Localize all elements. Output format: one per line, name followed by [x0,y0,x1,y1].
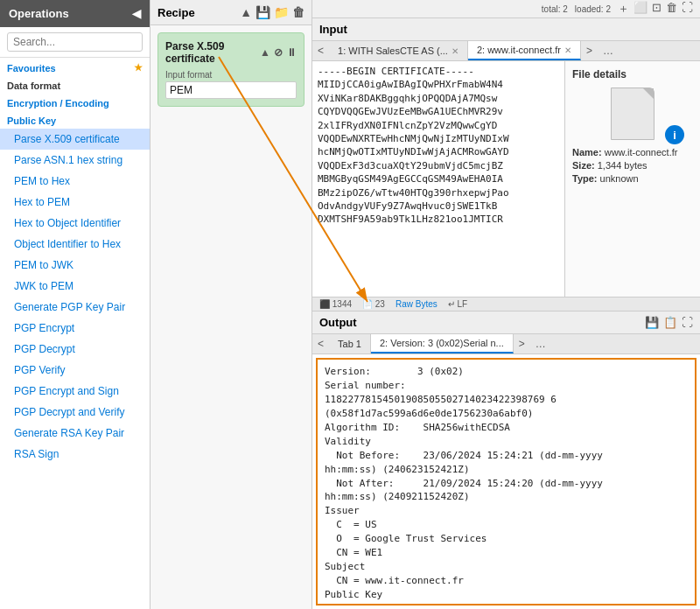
new-tab-icon[interactable]: ⬜ [634,1,648,17]
sidebar-item-label: RSA Sign [14,448,59,460]
more-tabs-icon[interactable]: … [598,41,619,60]
sidebar-item-rsa-sign[interactable]: RSA Sign [0,444,150,465]
sidebar-item-pgp-decrypt-verify[interactable]: PGP Decrypt and Verify [0,402,150,423]
stats-icons: ＋ ⬜ ⊡ 🗑 ⛶ [618,1,693,17]
close-tab-icon[interactable]: ✕ [452,46,458,56]
input-panel: total: 2 loaded: 2 ＋ ⬜ ⊡ 🗑 ⛶ Input < 1: … [312,0,700,312]
sidebar-item-label: Generate RSA Key Pair [14,427,124,439]
sidebar-item-hex-to-oid[interactable]: Hex to Object Identifier [0,213,150,234]
sidebar-item-pem-to-hex[interactable]: PEM to Hex [0,171,150,192]
sidebar-item-parse-asn1[interactable]: Parse ASN.1 hex string [0,150,150,171]
prev-tab-icon[interactable]: < [312,41,329,60]
file-type-value: unknown [600,173,639,184]
byte-count: ⬛ 1344 [319,299,352,309]
trash-icon[interactable]: 🗑 [292,5,304,19]
sidebar-item-gen-rsa[interactable]: Generate RSA Key Pair [0,423,150,444]
output-panel-title: Output [319,316,357,329]
recipe-card-title-row: Parse X.509 certificate ▲ ⊘ ⏸ [165,40,297,65]
input-format-label: Input format [165,70,297,80]
encryption-section[interactable]: Encryption / Encoding [0,94,150,111]
file-size-row: Size: 1,344 bytes [572,160,693,171]
input-panel-title: Input [319,23,347,36]
data-format-label: Data format [7,80,60,91]
chevron-up-icon[interactable]: ▲ [260,46,270,59]
disable-icon[interactable]: ⊘ [274,46,283,59]
expand-icon[interactable]: ⛶ [682,1,693,17]
file-name-value: www.it-connect.fr [605,147,678,158]
tab-label: 2: Version: 3 (0x02)Serial n... [380,338,504,348]
pause-icon[interactable]: ⏸ [286,46,297,59]
folder-icon[interactable]: 📁 [274,5,289,19]
sidebar-item-label: PGP Encrypt and Sign [14,385,119,397]
raw-bytes-label[interactable]: Raw Bytes [396,299,438,309]
sidebar-item-parse-x509[interactable]: Parse X.509 certificate [0,129,150,150]
file-icon-container: i [572,88,693,140]
recipe-header-icons: ▲ 💾 📁 🗑 [240,5,304,19]
sidebar-item-label: PEM to JWK [14,259,74,271]
input-tab-2[interactable]: 2: www.it-connect.fr ✕ [468,41,581,60]
total-label: total: 2 [542,4,568,14]
sidebar-item-label: PEM to Hex [14,175,70,187]
favourites-section[interactable]: Favourites ★ [0,58,150,76]
output-content[interactable]: Version: 3 (0x02) Serial number: 1182277… [316,358,696,606]
copy-icon[interactable]: 📋 [663,316,677,329]
tab-label: 1: WITH SalesCTE AS (... [338,46,448,56]
file-name-row: Name: www.it-connect.fr [572,147,693,158]
more-output-tabs-icon[interactable]: … [530,334,551,354]
plus-icon[interactable]: ＋ [618,1,629,17]
sidebar-items-container: Favourites ★ Data format Encryption / En… [0,58,150,609]
recipe-card-parse-x509: Parse X.509 certificate ▲ ⊘ ⏸ Input form… [158,32,304,107]
next-output-tab-icon[interactable]: > [514,334,530,354]
output-panel-header: Output 💾 📋 ⛶ [312,312,700,334]
data-format-section[interactable]: Data format [0,76,150,94]
recipe-title: Recipe [158,6,195,19]
input-text-content[interactable]: -----BEGIN CERTIFICATE----- MIIDjCCA0igA… [312,61,564,297]
next-tab-icon[interactable]: > [581,41,598,60]
trash-icon[interactable]: 🗑 [666,1,677,17]
sidebar-item-label: PGP Encrypt [14,322,74,334]
file-size-value: 1,344 bytes [598,160,648,171]
sidebar-item-hex-to-pem[interactable]: Hex to PEM [0,192,150,213]
prev-output-tab-icon[interactable]: < [312,334,329,354]
file-size-label: Size: [572,160,595,171]
output-tab-1[interactable]: Tab 1 [329,334,371,354]
sidebar-item-label: JWK to PEM [14,280,74,292]
output-panel-icons: 💾 📋 ⛶ [645,316,693,329]
sidebar-collapse-icon[interactable]: ◀ [132,7,141,20]
sidebar-item-jwk-to-pem[interactable]: JWK to PEM [0,276,150,297]
file-type-label: Type: [572,173,598,184]
sidebar-item-pgp-encrypt[interactable]: PGP Encrypt [0,318,150,339]
input-format-value: PEM [165,81,297,99]
sidebar-item-gen-pgp[interactable]: Generate PGP Key Pair [0,297,150,318]
search-input[interactable] [7,32,143,52]
public-key-section[interactable]: Public Key [0,111,150,129]
sidebar-title: Operations [9,7,69,20]
input-tab-1[interactable]: 1: WITH SalesCTE AS (... ✕ [329,41,468,60]
sidebar-item-pem-to-jwk[interactable]: PEM to JWK [0,255,150,276]
sidebar-item-label: Parse X.509 certificate [14,133,120,145]
public-key-label: Public Key [7,116,56,126]
sidebar: Operations ◀ Favourites ★ Data format En… [0,0,150,609]
sidebar-item-pgp-verify[interactable]: PGP Verify [0,360,150,381]
sidebar-item-label: Hex to PEM [14,196,70,208]
main-area: total: 2 loaded: 2 ＋ ⬜ ⊡ 🗑 ⛶ Input < 1: … [312,0,700,609]
close-tab-icon[interactable]: ✕ [564,46,571,55]
grid-icon[interactable]: ⊡ [652,1,662,17]
sidebar-item-pgp-decrypt[interactable]: PGP Decrypt [0,339,150,360]
save-icon[interactable]: 💾 [256,5,270,19]
recipe-card-action-icons: ▲ ⊘ ⏸ [260,46,297,59]
encryption-label: Encryption / Encoding [7,98,109,108]
sidebar-item-label: Hex to Object Identifier [14,217,121,229]
chevron-up-icon[interactable]: ▲ [240,5,252,19]
sidebar-item-oid-to-hex[interactable]: Object Identifier to Hex [0,234,150,255]
line-count: 📄 23 [362,299,385,309]
expand-output-icon[interactable]: ⛶ [682,316,693,329]
file-icon [611,88,654,140]
recipe-body: Parse X.509 certificate ▲ ⊘ ⏸ Input form… [150,25,312,609]
sidebar-item-pgp-encrypt-sign[interactable]: PGP Encrypt and Sign [0,381,150,402]
save-output-icon[interactable]: 💾 [645,316,659,329]
output-tab-2[interactable]: 2: Version: 3 (0x02)Serial n... [371,334,514,354]
output-panel-tabs: < Tab 1 2: Version: 3 (0x02)Serial n... … [312,334,700,354]
file-name-label: Name: [572,147,602,158]
sidebar-header: Operations ◀ [0,0,150,27]
